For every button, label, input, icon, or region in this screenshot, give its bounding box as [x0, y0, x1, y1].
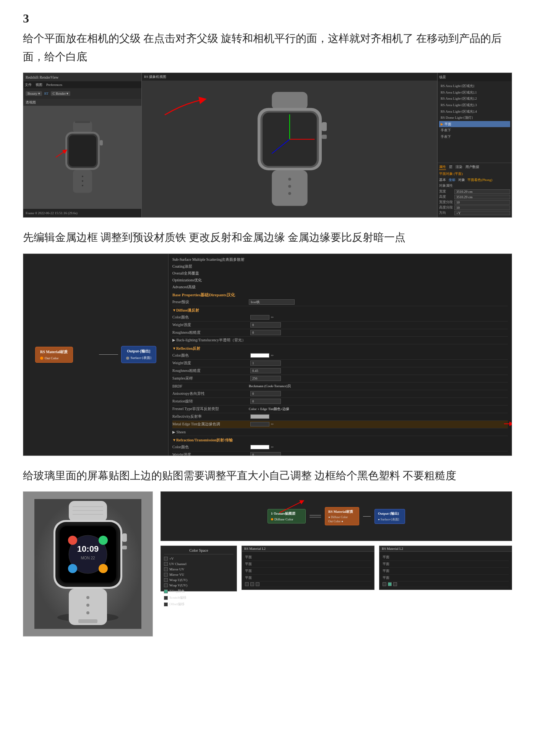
svg-rect-1 — [75, 121, 90, 123]
refraction-header: ▼Refraction/Transmission折射/传输 — [172, 436, 508, 444]
scene-item-watch-down: 手表下 — [439, 134, 510, 140]
refl-roughness-input[interactable]: 0.45 — [250, 368, 281, 373]
cs-cb-5[interactable] — [164, 583, 168, 587]
svg-point-45 — [86, 596, 89, 599]
refr-color-edit-icon[interactable]: ✏ — [271, 445, 274, 449]
brdf-row: BRDF Beckmann (Cook-Torrance)贝 — [172, 383, 508, 390]
rt-button[interactable]: RT — [44, 92, 49, 95]
mini-mat2-label2: 平面 — [383, 569, 404, 573]
mini-mat2-cb1[interactable] — [383, 582, 386, 586]
cs-cb-3[interactable] — [164, 573, 168, 577]
wire3 — [363, 516, 371, 517]
diffuse-color-edit-icon[interactable]: ✏ — [271, 315, 274, 319]
node-surface-dot — [126, 357, 129, 360]
page-container: 3 给个平面放在相机的父级 在点击对齐父级 旋转和相机平行的面，这样就对齐相机了… — [0, 0, 535, 656]
svg-point-9 — [82, 185, 83, 186]
preset-dropdown[interactable]: Iron铁 — [249, 299, 295, 305]
svg-text:MON 22: MON 22 — [81, 556, 95, 560]
rotation-input[interactable]: 0 — [250, 399, 281, 404]
node-out-color-dot — [40, 357, 43, 360]
refl-color-edit-icon[interactable]: ✏ — [271, 354, 274, 357]
prop-width-row: 宽度 3510.29 cm — [439, 189, 510, 194]
cs-cb-4[interactable] — [164, 578, 168, 582]
tab-layers[interactable]: 层 — [449, 165, 452, 170]
tab-userdata[interactable]: 用户数据 — [465, 165, 479, 170]
prop-width-value[interactable]: 3510.29 cm — [454, 189, 510, 194]
anisotropy-input[interactable]: 0 — [250, 391, 281, 396]
backlighting-row: ▶ Back-lighting/Translucency半透明（背光） — [172, 337, 508, 344]
svg-text:10:09: 10:09 — [77, 544, 99, 554]
refl-samples-input[interactable]: 256 — [250, 376, 281, 381]
cs-item-5: Wrap V(UV) — [164, 583, 233, 588]
node-wire — [99, 354, 118, 355]
svg-rect-43 — [122, 546, 127, 549]
metal-edge-edit-icon[interactable]: ✏ — [271, 422, 274, 426]
mini-wires — [310, 515, 321, 517]
cs-cb-8[interactable] — [164, 603, 168, 606]
refr-color-label: Color颜色 — [172, 444, 249, 450]
mini-mat2-cb2[interactable] — [388, 582, 392, 586]
scene-item-watch-up: 手表下 — [439, 127, 510, 134]
render-dropdown[interactable]: C Render ▾ — [51, 91, 71, 96]
refl-weight-input[interactable]: 1 — [250, 360, 281, 366]
mini-node-output[interactable]: Output-[输出] ● Surface-[表面] — [374, 509, 405, 524]
node-editor: RS Material材质 Out Color Output-[输出] — [23, 254, 169, 456]
mini-mat-panel1-content: 平面 平面 平面 平面 — [242, 552, 374, 590]
cs-label-8: Offset偏移 — [169, 602, 185, 607]
base-properties-header: Base Properties基础Direpants汉化 — [172, 291, 508, 299]
diffuse-weight-row: Weight强度 0 — [172, 321, 508, 329]
reflectivity-swatch[interactable] — [250, 414, 269, 419]
node-surface-label: Surface-[表面] — [131, 355, 151, 360]
prop-hseg-value[interactable]: 10 — [454, 205, 510, 210]
tab-properties[interactable]: 属性 — [439, 165, 446, 170]
metal-edge-arrow-svg — [504, 420, 512, 428]
beauty-dropdown[interactable]: Beauty ▾ — [26, 91, 42, 96]
section3-text: 给玻璃里面的屏幕贴图上边的贴图需要调整平直大小自己调整 边框给个黑色塑料 不要粗… — [23, 467, 512, 485]
diffuse-roughness-value: 0 — [252, 331, 254, 334]
prop-wseg-value[interactable]: 10 — [454, 200, 510, 205]
scene-list: RS Area Light-[区域光] RS Area Light-[区域光].… — [438, 81, 512, 163]
scene-item-rs-area-4: RS Area Light-[区域光].3 — [439, 102, 510, 108]
wire2 — [310, 517, 321, 517]
menu-item-view[interactable]: 视图 — [36, 82, 42, 87]
refr-color-swatch[interactable] — [250, 445, 269, 449]
backlighting-label[interactable]: ▶ Back-lighting/Translucency半透明（背光） — [172, 338, 249, 343]
mini-node-rs-material[interactable]: RS Material材质 ● Diffuse Color Out Color … — [325, 507, 359, 525]
cs-cb-6[interactable] — [164, 590, 168, 593]
cs-cb-7[interactable] — [164, 596, 168, 600]
diffuse-roughness-input[interactable]: 0 — [250, 330, 281, 335]
mini-mat1-label0: 平面 — [245, 555, 266, 560]
sheen-label[interactable]: ▶ Sheen — [172, 430, 249, 434]
menu-item-preferences[interactable]: Preferences — [46, 83, 62, 87]
mini-output-title: Output-[输出] — [378, 511, 402, 516]
diffuse-weight-input[interactable]: 0 — [250, 322, 281, 328]
svg-point-20 — [288, 192, 291, 195]
diffuse-header: ▼Diffuse漫反射 — [172, 306, 508, 314]
refl-color-swatch[interactable] — [250, 353, 269, 358]
scene-item-plane[interactable]: ▶平面 — [439, 121, 510, 128]
cs-label-6: Tiling颜色 — [169, 589, 185, 594]
cs-cb-1[interactable] — [164, 562, 168, 566]
svg-point-47 — [86, 611, 89, 614]
node-output[interactable]: Output-[输出] Surface-[表面] — [121, 346, 156, 363]
svg-rect-15 — [322, 122, 327, 131]
mini-mat1-cb2[interactable] — [250, 582, 254, 586]
metal-edge-swatch[interactable] — [250, 422, 269, 426]
node-output-container: Output-[输出] Surface-[表面] — [121, 346, 156, 363]
mini-mat-panels: RS Material L2 平面 平面 平面 — [242, 546, 512, 591]
mini-mat1-cb3[interactable] — [256, 582, 259, 586]
mini-mat1-cb1[interactable] — [245, 582, 249, 586]
menu-item-file[interactable]: 文件 — [25, 82, 32, 87]
cs-cb-2[interactable] — [164, 567, 168, 571]
mini-mat2-cb3[interactable] — [393, 582, 397, 586]
anisotropy-row: Anisotropy各向异性 0 — [172, 390, 508, 398]
prop-dir-value[interactable]: +Y — [454, 211, 510, 215]
prop-height-value[interactable]: 3510.29 cm — [454, 195, 510, 199]
refr-weight-input[interactable]: 0 — [250, 452, 281, 456]
tab-render[interactable]: 渲染 — [456, 165, 462, 170]
diffuse-color-swatch[interactable] — [250, 315, 269, 320]
cs-label-5: Wrap V(UV) — [169, 583, 187, 587]
cs-cb-0[interactable] — [164, 557, 168, 561]
node-rs-material[interactable]: RS Material材质 Out Color — [35, 347, 73, 363]
diffuse-weight-label: Weight强度 — [172, 322, 249, 328]
